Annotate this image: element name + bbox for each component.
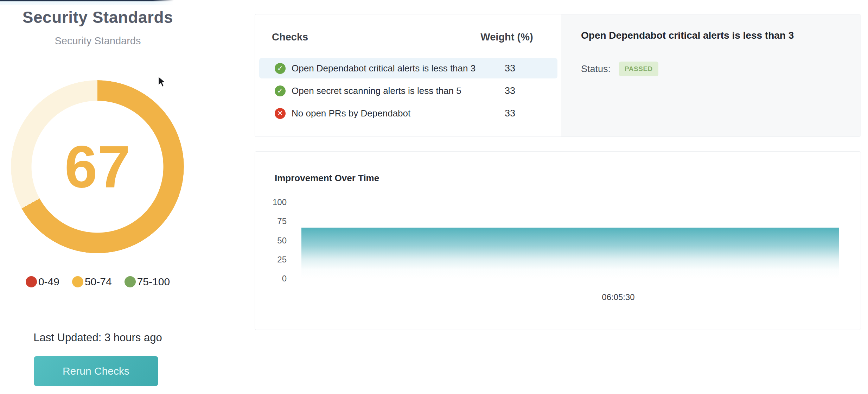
y-axis-tick: 25 <box>277 255 287 265</box>
last-updated-text: Last Updated: 3 hours ago <box>0 331 196 344</box>
check-weight: 33 <box>475 85 545 96</box>
status-line: Status: PASSED <box>581 62 861 76</box>
chart-title: Improvement Over Time <box>275 173 379 184</box>
legend-label: 0-49 <box>38 276 59 288</box>
legend-label: 75-100 <box>137 276 170 288</box>
check-label: Open Dependabot critical alerts is less … <box>292 63 476 74</box>
improvement-chart-card: Improvement Over Time 100 75 50 25 0 06:… <box>255 151 861 330</box>
legend-label: 50-74 <box>85 276 112 288</box>
check-weight: 33 <box>475 63 545 74</box>
score-gauge: 67 <box>11 80 184 253</box>
check-row-open-prs[interactable]: ✕ No open PRs by Dependabot 33 <box>259 103 557 123</box>
check-detail-panel: Open Dependabot critical alerts is less … <box>561 14 861 136</box>
page-subtitle: Security Standards <box>0 35 196 47</box>
check-passed-icon: ✓ <box>275 85 286 96</box>
checks-card: Checks Weight (%) ✓ Open Dependabot crit… <box>255 14 861 137</box>
check-row-secret-scanning[interactable]: ✓ Open secret scanning alerts is less th… <box>259 81 557 101</box>
check-label: Open secret scanning alerts is less than… <box>292 85 461 96</box>
window-edge-artifact <box>0 0 174 5</box>
check-glyph: ✕ <box>277 109 283 117</box>
area-series-band <box>301 228 839 279</box>
legend-dot-yellow <box>72 276 83 287</box>
check-label: No open PRs by Dependabot <box>292 108 410 119</box>
checks-column-header: Checks <box>272 31 308 43</box>
y-axis-tick: 0 <box>282 274 287 284</box>
check-passed-icon: ✓ <box>275 63 286 74</box>
x-axis-tick: 06:05:30 <box>583 292 653 302</box>
legend-dot-red <box>26 276 37 287</box>
status-badge: PASSED <box>619 62 658 76</box>
status-label: Status: <box>581 64 611 75</box>
mouse-cursor-icon <box>157 76 167 88</box>
detail-title: Open Dependabot critical alerts is less … <box>581 30 861 41</box>
check-glyph: ✓ <box>277 87 283 95</box>
y-axis-tick: 100 <box>273 197 287 207</box>
y-axis-tick: 75 <box>277 216 287 226</box>
weight-column-header: Weight (%) <box>470 31 544 43</box>
check-weight: 33 <box>475 108 545 119</box>
y-axis-tick: 50 <box>277 236 287 246</box>
legend-item-mid: 50-74 <box>72 276 112 288</box>
score-legend: 0-49 50-74 75-100 <box>0 276 196 288</box>
check-failed-icon: ✕ <box>275 108 286 119</box>
rerun-checks-button[interactable]: Rerun Checks <box>34 356 158 386</box>
legend-dot-green <box>125 276 136 287</box>
legend-item-high: 75-100 <box>125 276 170 288</box>
page-title: Security Standards <box>0 8 196 27</box>
legend-item-low: 0-49 <box>26 276 59 288</box>
check-glyph: ✓ <box>277 64 283 72</box>
score-value: 67 <box>11 80 184 253</box>
check-row-dependabot-critical[interactable]: ✓ Open Dependabot critical alerts is les… <box>259 58 557 78</box>
chart-plot-area <box>301 202 839 279</box>
